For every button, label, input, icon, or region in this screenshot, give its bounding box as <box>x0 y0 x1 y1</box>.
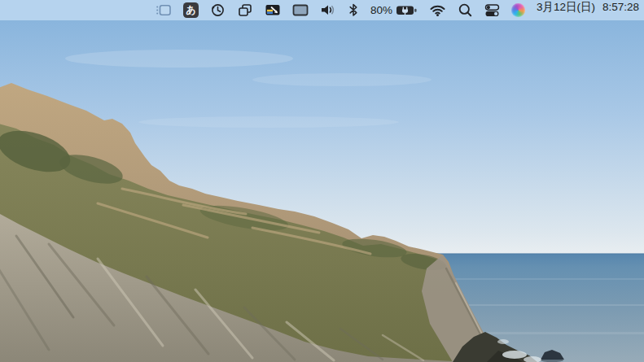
input-source-label: あ <box>183 2 199 18</box>
desktop-wallpaper <box>0 0 644 362</box>
menu-bar: あ <box>0 0 644 20</box>
display-icon[interactable] <box>292 0 309 20</box>
control-center-icon[interactable] <box>484 0 500 20</box>
battery-percent-label: 80% <box>370 4 392 16</box>
wifi-icon[interactable] <box>429 0 446 20</box>
date-label: 3月12日(日) <box>537 0 595 15</box>
siri-icon[interactable] <box>511 0 525 20</box>
history-clock-icon[interactable] <box>210 0 226 20</box>
menu-bar-clock[interactable]: 3月12日(日) 8:57:28 <box>537 0 639 20</box>
copy-stack-icon[interactable] <box>237 0 253 20</box>
bluetooth-icon[interactable] <box>348 0 359 20</box>
spotlight-icon[interactable] <box>458 0 473 20</box>
time-label: 8:57:28 <box>602 1 639 13</box>
battery-icon <box>396 2 418 18</box>
screen-capture-icon[interactable] <box>265 0 281 20</box>
input-source-japanese[interactable]: あ <box>183 0 199 20</box>
battery-status[interactable]: 80% <box>370 0 418 20</box>
window-switcher-icon[interactable] <box>156 0 172 20</box>
volume-icon[interactable] <box>320 0 336 20</box>
